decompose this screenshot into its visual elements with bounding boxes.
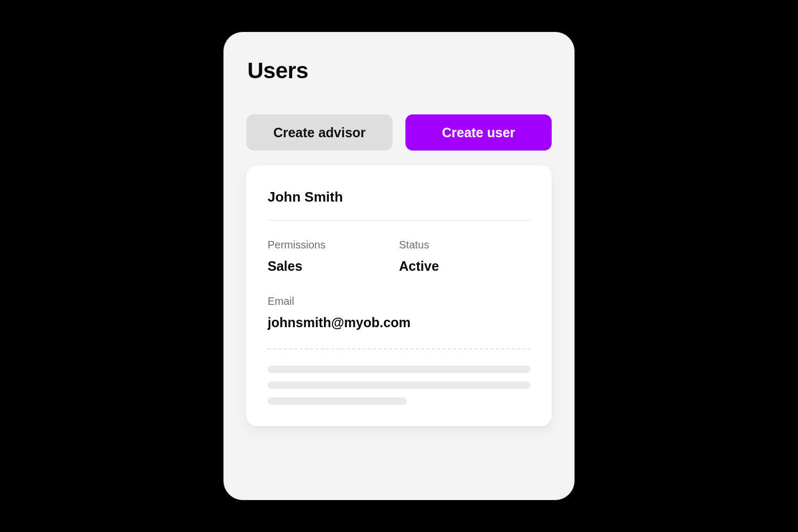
permissions-field: Permissions Sales [268,239,399,274]
status-field: Status Active [399,239,530,274]
status-value: Active [399,259,530,274]
email-value: johnsmith@myob.com [268,315,530,330]
create-user-button[interactable]: Create user [405,114,552,151]
permissions-value: Sales [268,259,399,274]
skeleton-line [268,365,530,373]
skeleton-placeholder [268,365,530,405]
divider [268,220,530,221]
create-advisor-button[interactable]: Create advisor [246,114,393,151]
status-label: Status [399,239,530,251]
email-field: Email johnsmith@myob.com [268,295,530,330]
skeleton-line [268,381,530,389]
email-label: Email [268,295,530,307]
user-fields-row: Permissions Sales Status Active [268,239,530,274]
user-card: John Smith Permissions Sales Status Acti… [246,165,552,426]
action-button-row: Create advisor Create user [246,114,552,151]
dashed-divider [268,348,530,350]
users-panel: Users Create advisor Create user John Sm… [223,32,575,500]
permissions-label: Permissions [268,239,399,251]
page-title: Users [247,58,552,84]
skeleton-line [268,397,407,405]
user-name: John Smith [268,189,530,205]
